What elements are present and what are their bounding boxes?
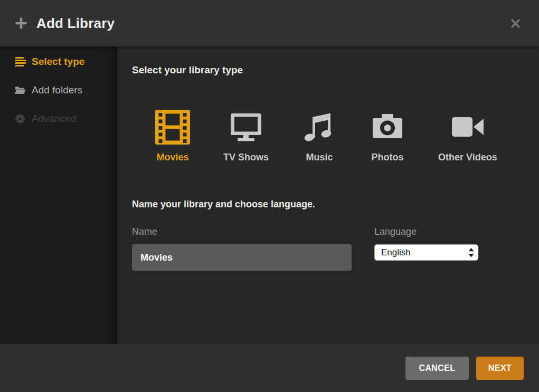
select-spinner-icon [468, 248, 474, 257]
library-type-picker: Movies TV Shows [155, 110, 523, 163]
library-type-label: Photos [372, 152, 404, 163]
close-button[interactable] [508, 16, 523, 31]
cancel-button[interactable]: CANCEL [405, 357, 469, 380]
library-type-label: Music [306, 152, 333, 163]
library-type-music[interactable]: Music [302, 110, 337, 163]
wizard-steps-sidebar: Select type Add folders [0, 46, 117, 344]
video-camera-icon [450, 110, 485, 145]
language-label: Language [374, 226, 478, 237]
camera-icon [370, 110, 405, 145]
film-icon [155, 110, 190, 145]
language-select[interactable]: English [374, 244, 478, 261]
library-name-input[interactable] [132, 244, 352, 271]
gear-icon [14, 113, 26, 125]
sidebar-item-label: Add folders [32, 84, 82, 96]
close-icon [510, 18, 521, 29]
plus-icon [15, 17, 27, 30]
language-selected-value: English [381, 248, 468, 257]
music-note-icon [302, 110, 337, 145]
add-library-dialog: Add Library Select [0, 0, 539, 392]
name-label: Name [132, 226, 352, 237]
sidebar-item-label: Select type [32, 56, 84, 68]
next-button[interactable]: NEXT [476, 357, 524, 380]
library-type-label: TV Shows [223, 152, 269, 163]
dialog-title: Add Library [36, 15, 115, 32]
select-type-panel: Select your library type [117, 46, 539, 344]
library-form: Name Language English [132, 226, 523, 271]
dialog-header: Add Library [0, 0, 539, 46]
name-language-heading: Name your library and choose language. [132, 199, 523, 210]
sidebar-item-advanced: Advanced [0, 104, 117, 133]
library-type-other-videos[interactable]: Other Videos [438, 110, 497, 163]
library-type-photos[interactable]: Photos [370, 110, 405, 163]
list-icon [14, 56, 26, 68]
folder-open-icon [14, 84, 26, 96]
library-type-label: Other Videos [438, 152, 497, 163]
panel-heading: Select your library type [132, 64, 523, 76]
name-field-group: Name [132, 226, 352, 271]
library-type-label: Movies [156, 152, 188, 163]
library-type-tv-shows[interactable]: TV Shows [223, 110, 269, 163]
tv-icon [229, 110, 263, 145]
language-field-group: Language English [374, 226, 478, 271]
dialog-footer: CANCEL NEXT [0, 344, 539, 392]
sidebar-item-add-folders[interactable]: Add folders [0, 76, 117, 104]
library-type-movies[interactable]: Movies [155, 110, 190, 163]
sidebar-item-select-type[interactable]: Select type [0, 47, 117, 76]
sidebar-item-label: Advanced [32, 113, 77, 125]
dialog-body: Select type Add folders [0, 46, 539, 344]
